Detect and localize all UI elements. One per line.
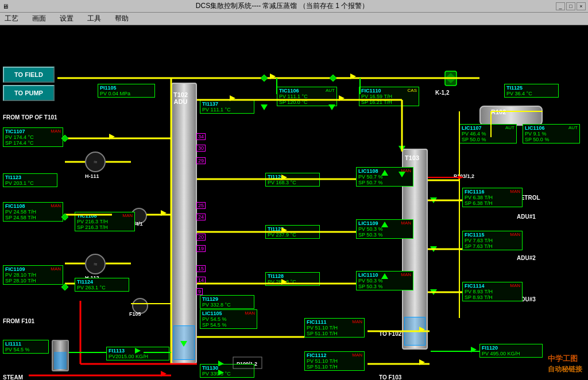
tray-9: 9 (196, 288, 203, 295)
title-bar: 🖥 DCS集散控制系统---- 常减压蒸馏 （当前存在 1 个报警） _ □ × (0, 0, 588, 13)
tray-29: 29 (196, 157, 206, 164)
fic1115-block[interactable]: FIC1115 MAN PV 7.63 T/H SP 7.63 T/H (462, 231, 523, 250)
menu-process[interactable]: 工艺 (2, 13, 21, 25)
tic1106-block[interactable]: TIC1106 AUT PV 111.1 °C SP 120.0 °C (277, 87, 337, 106)
lic1105-block[interactable]: LIC1105 MAN PV 54.5 % SP 54.5 % (200, 309, 257, 329)
svg-marker-11 (261, 104, 268, 110)
ti1124-block[interactable]: TI1124 PV 263.1 °C (75, 278, 129, 292)
lic1108-block[interactable]: LIC1108 MAN PV 50.7 % SP 50.7 % (356, 167, 413, 187)
svg-marker-64 (330, 75, 336, 82)
fi1120-block[interactable]: FI1120 PV 495.00 KG/H (479, 344, 543, 358)
to-pump-button[interactable]: TO PUMP (3, 85, 55, 101)
vessel-r102 (479, 106, 543, 126)
minimize-btn[interactable]: _ (556, 2, 565, 10)
svg-marker-55 (339, 95, 345, 101)
tray-25: 25 (196, 202, 206, 209)
ti1126-block[interactable]: TI1126 PV 168.3 °C (265, 173, 320, 187)
svg-marker-8 (350, 73, 356, 79)
menu-help[interactable]: 帮助 (113, 13, 131, 25)
fic1110-block[interactable]: FIC1110 CAS PV 16.59 T/H SP 16.21 T/H (359, 87, 419, 106)
tray-14: 14 (196, 277, 206, 284)
tray-15: 15 (196, 265, 206, 272)
tic1108-block[interactable]: TIC1108 MAN PV 216.3 T/H SP 216.3 T/H (75, 212, 135, 231)
svg-marker-14 (109, 134, 115, 139)
tray-30: 30 (196, 145, 206, 152)
window-title: DCS集散控制系统---- 常减压蒸馏 （当前存在 1 个报警） (9, 1, 556, 11)
li1111-block[interactable]: LI1111 PV 54.5 % (3, 340, 49, 354)
svg-marker-30 (430, 289, 437, 295)
svg-marker-63 (261, 75, 268, 82)
fi1113-block[interactable]: FI1113 PV2015.00 KG/H (106, 347, 169, 360)
steam-label: STEAM (3, 374, 23, 380)
from-top-label: FROM TOP OF T101 (3, 114, 57, 121)
ti1137-block[interactable]: TI1137 PV 111.1 °C (200, 100, 254, 114)
ti1128-block[interactable]: TI1128 PV 289.3 °C (265, 272, 320, 286)
vessel-r102-label: R102 (491, 108, 506, 115)
svg-marker-49 (161, 210, 167, 216)
menu-bar: 工艺 画面 设置 工具 帮助 (0, 13, 588, 25)
ti1130-block[interactable]: TI1130 PV 339.3 °C (200, 364, 254, 378)
li1111-tank (52, 340, 69, 371)
to-f103-label: TO F103 (379, 374, 401, 380)
tic1107-block[interactable]: TIC1107 MAN PV 174.4 °C SP 174.4 °C (3, 127, 63, 147)
fic1108-block[interactable]: FIC1108 MAN PV 24.58 T/H SP 24.58 T/H (3, 202, 63, 222)
tray-19: 19 (196, 245, 206, 252)
fic1116-block[interactable]: FIC1116 MAN PV 6.38 T/H SP 6.38 T/H (462, 188, 523, 207)
dcs-display: TO FIELD TO PUMP FROM TOP OF T101 FROM F… (0, 25, 588, 380)
k12-label: K-1,2 (435, 90, 449, 96)
fic1111-block[interactable]: FIC1111 MAN PV 51.10 T/H SP 51.10 T/H (304, 318, 365, 338)
menu-tools[interactable]: 工具 (85, 13, 103, 25)
f105-label: F105 (129, 311, 141, 317)
window-controls[interactable]: _ □ × (556, 2, 586, 10)
tray-34: 34 (196, 133, 206, 140)
ti1123-block[interactable]: TI1123 PV 203.1 °C (3, 173, 57, 187)
ti1125-block[interactable]: TI1125 PV 36.4 °C (504, 84, 559, 98)
menu-settings[interactable]: 设置 (57, 13, 76, 25)
fic1112-block[interactable]: FIC1112 MAN PV 51.10 T/H SP 51.10 T/H (304, 351, 365, 371)
close-btn[interactable]: × (577, 2, 586, 10)
p103-label: P103/1,2 (454, 173, 474, 179)
from-f101-label: FROM F101 (3, 318, 34, 324)
watermark: 中学工图 自动秘链接 (548, 354, 582, 374)
adu2-label: ADU#2 (517, 255, 536, 261)
svg-marker-28 (430, 197, 437, 203)
k12-area (434, 67, 468, 90)
svg-marker-42 (161, 371, 167, 377)
adu1-label: ADU#1 (517, 214, 536, 220)
fic1114-block[interactable]: FIC1114 MAN PV 8.93 T/H SP 8.93 T/H (462, 282, 523, 301)
svg-marker-25 (419, 359, 425, 365)
pi1105-block[interactable]: PI1105 PV 0.04 MPa (98, 84, 155, 98)
vessel-t102-label: T102ADU (173, 91, 188, 105)
lic1110-block[interactable]: LIC1110 MAN PV 50.3 % SP 50.3 % (356, 271, 413, 290)
menu-screen[interactable]: 画面 (30, 13, 48, 25)
lic1107-block[interactable]: LIC1107 AUT PV 46.4 % SP 50.0 % (459, 124, 517, 144)
h111-exchanger: ≈ (85, 152, 106, 172)
vessel-t102 (171, 83, 197, 364)
maximize-btn[interactable]: □ (566, 2, 575, 10)
lic1106-block[interactable]: LIC1106 AUT PV 9.1 % SP 50.0 % (523, 124, 580, 144)
tray-20: 20 (196, 234, 206, 241)
ti1127-block[interactable]: TI1127 PV 237.9 °C (265, 225, 320, 239)
h112-exchanger: ≈ (85, 254, 106, 274)
to-f102-label: TO F102 (379, 331, 401, 337)
vessel-t103-label: T103 (405, 154, 419, 161)
ti1129-block[interactable]: TI1129 PV 332.8 °C (200, 295, 254, 309)
svg-marker-7 (270, 73, 276, 79)
fic1109-block[interactable]: FIC1109 MAN PV 28.10 T/H SP 28.10 T/H (3, 265, 63, 285)
lic1109-block[interactable]: LIC1109 MAN PV 50.3 % SP 50.3 % (356, 219, 413, 239)
svg-marker-29 (430, 246, 437, 252)
tray-24: 24 (196, 214, 206, 220)
to-field-button[interactable]: TO FIELD (3, 67, 55, 83)
svg-marker-62 (471, 347, 477, 352)
h111-label: H-111 (85, 173, 99, 179)
